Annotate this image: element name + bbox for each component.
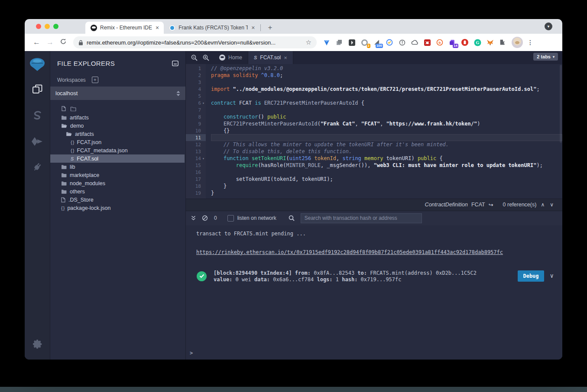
plugin-manager-rail-icon[interactable] — [32, 162, 42, 174]
collapse-terminal-icon[interactable] — [191, 215, 196, 221]
tree-item[interactable]: { }FCAT_metadata.json — [50, 146, 185, 154]
lighthouse-extension-icon[interactable]: 100 — [373, 39, 381, 46]
etherscan-tx-link[interactable]: https://rinkeby.etherscan.io/tx/0x71915e… — [196, 249, 503, 255]
settings-gear-icon[interactable] — [32, 339, 42, 351]
new-folder-icon[interactable] — [70, 106, 76, 112]
gem-extension-icon[interactable] — [323, 39, 331, 46]
publish-icon[interactable] — [172, 61, 178, 66]
zoom-out-icon[interactable] — [191, 55, 198, 61]
close-window-button[interactable] — [36, 24, 41, 29]
tree-item[interactable]: .DS_Store — [50, 196, 185, 204]
copy-extension-icon[interactable] — [335, 39, 343, 46]
etherscan-favicon-icon — [169, 25, 175, 31]
next-reference-icon[interactable]: ∨ — [549, 202, 555, 208]
terminal-toolbar: 0 listen on network Search with transact… — [186, 211, 562, 225]
tree-item-label: .DS_Store — [68, 197, 94, 203]
terminal-search-input[interactable]: Search with transaction hash or address — [301, 213, 422, 223]
new-tab-button[interactable]: + — [265, 23, 275, 32]
code-line: setTokenURI(tokenId, tokenURI); — [211, 176, 562, 183]
bitly-extension-icon[interactable]: b — [436, 39, 444, 46]
stack-extension-icon[interactable]: 14 — [448, 39, 456, 46]
profile-avatar[interactable] — [512, 37, 523, 48]
bookmark-star-icon[interactable]: ☆ — [306, 39, 311, 46]
tree-item[interactable]: SFCAT.sol — [50, 154, 185, 163]
grammarly-extension-icon[interactable]: G — [473, 39, 481, 46]
tree-item[interactable]: artifacts — [50, 113, 185, 122]
puzzle-extensions-icon[interactable] — [499, 39, 506, 46]
editor-scrollbar[interactable] — [560, 65, 562, 143]
braces-icon: { } — [61, 206, 64, 211]
close-icon[interactable]: × — [155, 25, 159, 31]
debug-button[interactable]: Debug — [518, 270, 544, 282]
code-line: // This allows the minter to update the … — [211, 141, 562, 148]
remix-logo-icon[interactable] — [29, 57, 46, 74]
back-icon[interactable]: ← — [30, 38, 43, 47]
folder-open-icon — [66, 132, 72, 136]
editor-tab-fcat-sol[interactable]: S FCAT.sol × — [248, 51, 293, 64]
close-icon[interactable]: × — [284, 55, 287, 61]
tab-search-button[interactable]: ▼ — [545, 22, 552, 30]
tree-create-row[interactable] — [50, 105, 185, 113]
tabs-count-dropdown[interactable]: 2 tabs▾ — [533, 53, 558, 61]
tree-item[interactable]: others — [50, 187, 185, 196]
icon-rail — [25, 51, 50, 360]
goto-reference-icon[interactable]: ↪ — [489, 202, 493, 208]
tree-item[interactable]: marketplace — [50, 171, 185, 179]
file-explorer-rail-icon[interactable] — [32, 84, 43, 96]
deploy-run-rail-icon[interactable] — [31, 137, 43, 148]
tree-item[interactable]: { }FCAT.json — [50, 138, 185, 146]
metamask-fox-icon[interactable] — [486, 39, 494, 46]
new-file-icon[interactable] — [62, 106, 66, 112]
gutter-line: 8 — [186, 113, 206, 120]
listen-network-checkbox[interactable] — [227, 215, 234, 222]
code-line: pragma solidity ^0.8.0; — [211, 72, 562, 79]
editor-tab-bar: Home S FCAT.sol × 2 tabs▾ — [186, 51, 562, 64]
workspace-select[interactable]: localhost — [50, 87, 185, 100]
dark-arrow-extension-icon[interactable] — [348, 39, 356, 46]
gutter-line: 19 — [186, 190, 206, 196]
tree-item[interactable]: { }package-lock.json — [50, 204, 185, 212]
forward-icon[interactable]: → — [43, 38, 57, 47]
tree-item[interactable]: demo — [50, 122, 185, 130]
solidity-compiler-rail-icon[interactable] — [32, 111, 42, 123]
clear-console-icon[interactable] — [202, 215, 208, 221]
onetab-extension-icon[interactable]: 2 — [360, 39, 368, 46]
create-workspace-icon[interactable]: + — [92, 77, 98, 83]
cloud-extension-icon[interactable] — [411, 39, 418, 46]
gutter-line: 13 — [186, 148, 206, 155]
editor-code[interactable]: // @openzeppelin v3.2.0pragma solidity ^… — [206, 64, 562, 199]
code-line: import "../node_modules/@openzeppelin/co… — [211, 86, 562, 93]
tree-item[interactable]: lib — [50, 163, 185, 171]
editor-tab-home[interactable]: Home — [214, 51, 248, 64]
minimize-window-button[interactable] — [45, 24, 50, 29]
chrome-menu-icon[interactable]: ⋮ — [527, 39, 533, 46]
zoom-in-icon[interactable] — [203, 55, 209, 61]
tree-item[interactable]: node_modules — [50, 179, 185, 187]
browser-tab-remix[interactable]: Remix - Ethereum IDE × — [85, 22, 164, 34]
transaction-result-row[interactable]: [block:8294490 txIndex:4] from: 0x8fA...… — [196, 270, 554, 283]
transaction-details: [block:8294490 txIndex:4] from: 0x8fA...… — [214, 270, 513, 283]
tree-item[interactable]: artifacts — [50, 130, 185, 138]
gutter-line: 17 — [186, 176, 206, 183]
pending-count: 0 — [214, 215, 217, 221]
extensions-row: 2 100 b 14 G — [323, 39, 506, 46]
expand-transaction-icon[interactable]: ∨ — [550, 272, 554, 279]
close-icon[interactable]: × — [251, 25, 255, 31]
previous-reference-icon[interactable]: ∧ — [540, 202, 545, 208]
url-text[interactable]: remix.ethereum.org/#optimize=false&runs=… — [87, 39, 302, 46]
code-line: // @openzeppelin v3.2.0 — [211, 65, 562, 72]
tree-item-label: others — [70, 189, 85, 195]
reload-icon[interactable] — [57, 38, 70, 47]
info-extension-icon[interactable] — [398, 39, 406, 46]
check-extension-icon[interactable] — [386, 39, 393, 46]
address-bar[interactable]: remix.ethereum.org/#optimize=false&runs=… — [73, 36, 317, 48]
code-editor[interactable]: 123456▾7891011121314▾1516171819 // @open… — [186, 64, 562, 199]
code-line: // To disable this, delete this function… — [211, 148, 562, 155]
gutter-line: 10 — [186, 127, 206, 134]
browser-tab-etherscan[interactable]: Frank Kats (FRCATS) Token Tra × — [164, 22, 259, 34]
zoom-window-button[interactable] — [53, 24, 58, 29]
terminal-prompt[interactable]: > — [190, 350, 193, 356]
hand-extension-icon[interactable] — [461, 39, 469, 46]
bug-extension-icon[interactable] — [423, 39, 431, 46]
gutter-line: 18 — [186, 183, 206, 190]
